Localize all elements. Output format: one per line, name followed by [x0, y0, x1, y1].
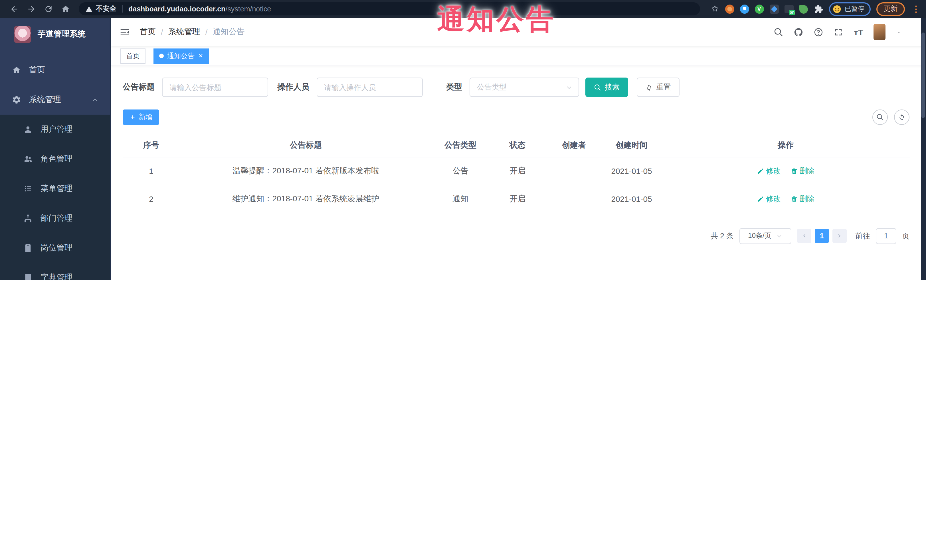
table-cell: 2021-01-05: [602, 157, 661, 185]
top-navbar: 首页 / 系统管理 / 通知公告 ᴛT: [111, 18, 926, 46]
sidebar-item-label: 字典管理: [41, 273, 73, 280]
browser-back-icon[interactable]: [10, 4, 19, 14]
breadcrumb-separator: /: [161, 27, 163, 36]
table-cell: 维护通知：2018-07-01 若依系统凌晨维护: [180, 185, 432, 213]
chevron-left-icon: [800, 232, 808, 240]
table-cell: [546, 185, 602, 213]
edit-pencil-icon: [757, 168, 764, 174]
notice-type-select[interactable]: 公告类型: [469, 77, 579, 97]
sidebar-item-dict-management[interactable]: 字典管理: [0, 263, 110, 280]
notice-table: 序号公告标题公告类型状态创建者创建时间操作 1温馨提醒：2018-07-01 若…: [123, 134, 910, 213]
sidebar-menu: 首页系统管理用户管理角色管理菜单管理部门管理岗位管理字典管理通知公告审计日志在线…: [0, 51, 110, 280]
address-bar[interactable]: 不安全 dashboard.yudao.iocoder.cn/system/no…: [79, 2, 700, 15]
avatar-caret-down-icon[interactable]: [896, 29, 902, 35]
page-size-caret-icon: [776, 232, 783, 239]
search-button[interactable]: 搜索: [586, 77, 628, 97]
table-column-header: 创建时间: [602, 134, 661, 157]
screen: 不安全 dashboard.yudao.iocoder.cn/system/no…: [0, 0, 926, 280]
sidebar-item-label: 系统管理: [29, 95, 61, 105]
user-avatar[interactable]: [873, 24, 885, 40]
table-column-header: 公告标题: [180, 134, 432, 157]
browser-chrome: 不安全 dashboard.yudao.iocoder.cn/system/no…: [0, 0, 926, 18]
notice-title-input[interactable]: [162, 77, 268, 97]
browser-menu-icon[interactable]: ⋮: [912, 5, 920, 13]
sidebar: 芋道管理系统 首页系统管理用户管理角色管理菜单管理部门管理岗位管理字典管理通知公…: [0, 18, 111, 280]
breadcrumb: 首页 / 系统管理 / 通知公告: [140, 27, 245, 37]
next-page-button[interactable]: [832, 229, 847, 243]
extension-pin-icon[interactable]: [740, 4, 749, 14]
page-scrollbar-thumb[interactable]: [921, 33, 925, 118]
sidebar-item-post-management[interactable]: 岗位管理: [0, 233, 110, 263]
tab-close-icon[interactable]: ×: [198, 53, 203, 59]
toggle-search-button[interactable]: [872, 110, 888, 125]
current-page-button[interactable]: 1: [815, 229, 829, 243]
extension-diamond-icon[interactable]: [769, 4, 779, 14]
app-logo: [14, 26, 31, 42]
search-icon[interactable]: [774, 27, 784, 37]
browser-home-icon[interactable]: [61, 4, 70, 14]
reset-refresh-icon: [645, 83, 653, 91]
breadcrumb-home[interactable]: 首页: [140, 27, 156, 37]
extension-proxy-icon[interactable]: on: [784, 4, 793, 14]
operator-input[interactable]: [317, 77, 423, 97]
tab-label: 首页: [126, 51, 140, 61]
tab-active-dot: [159, 54, 164, 58]
sidebar-collapse-icon[interactable]: [119, 27, 130, 37]
security-label: 不安全: [96, 4, 117, 14]
extension-green-v-icon[interactable]: V: [755, 4, 764, 14]
edit-link[interactable]: 修改: [757, 193, 781, 204]
extension-leaf-icon[interactable]: [799, 4, 808, 14]
tab-label: 通知公告: [167, 51, 195, 61]
app-title: 芋道管理系统: [38, 29, 86, 39]
sidebar-item-label: 部门管理: [41, 213, 73, 223]
tags-bar: 首页 通知公告 ×: [111, 46, 926, 66]
add-button[interactable]: 新增: [123, 110, 159, 125]
sidebar-item-user-management[interactable]: 用户管理: [0, 115, 110, 144]
table-toolbar: 新增: [123, 110, 909, 125]
type-label: 类型: [446, 82, 462, 92]
reset-button[interactable]: 重置: [637, 77, 679, 97]
sidebar-item-label: 菜单管理: [41, 184, 73, 194]
table-cell: 开启: [489, 185, 546, 213]
help-icon[interactable]: [814, 27, 823, 37]
goto-page-input[interactable]: [876, 228, 896, 244]
breadcrumb-separator: /: [206, 27, 208, 36]
table-body: 1温馨提醒：2018-07-01 若依新版本发布啦公告开启2021-01-05修…: [123, 157, 910, 213]
delete-link[interactable]: 删除: [790, 166, 814, 176]
prev-page-button[interactable]: [797, 229, 811, 243]
sidebar-item-role-management[interactable]: 角色管理: [0, 144, 110, 174]
users-icon: [23, 154, 33, 164]
extension-orange-icon[interactable]: [725, 4, 734, 14]
github-icon[interactable]: [794, 27, 803, 37]
sidebar-item-home[interactable]: 首页: [0, 55, 110, 85]
refresh-table-button[interactable]: [894, 110, 909, 125]
tab-notice[interactable]: 通知公告 ×: [153, 48, 209, 63]
browser-forward-icon[interactable]: [27, 4, 36, 14]
table-cell: 温馨提醒：2018-07-01 若依新版本发布啦: [180, 157, 432, 185]
url-domain: dashboard.yudao.iocoder.cn: [129, 5, 225, 13]
browser-update-button[interactable]: 更新: [876, 2, 905, 16]
browser-reload-icon[interactable]: [44, 4, 53, 14]
delete-link[interactable]: 删除: [790, 193, 814, 204]
font-size-icon[interactable]: ᴛT: [854, 27, 863, 37]
sidebar-item-system-management[interactable]: 系统管理: [0, 85, 110, 115]
filter-form: 公告标题 操作人员 类型 公告类型 搜索 重置: [123, 77, 909, 97]
breadcrumb-system[interactable]: 系统管理: [168, 27, 200, 37]
book-icon: [23, 273, 33, 280]
extensions-puzzle-icon[interactable]: [814, 4, 823, 14]
breadcrumb-current: 通知公告: [213, 27, 245, 37]
sidebar-item-dept-management[interactable]: 部门管理: [0, 204, 110, 233]
tab-home[interactable]: 首页: [120, 48, 145, 63]
table-column-header: 状态: [489, 134, 546, 157]
fullscreen-icon[interactable]: [834, 27, 844, 37]
page-size-select[interactable]: 10条/页: [740, 228, 791, 244]
url-separator: [122, 5, 123, 12]
sidebar-item-menu-management[interactable]: 菜单管理: [0, 174, 110, 204]
bookmark-star-icon[interactable]: [710, 4, 719, 14]
tree-icon: [23, 214, 33, 223]
page-scrollbar[interactable]: [921, 18, 926, 280]
select-caret-down-icon: [566, 83, 573, 91]
edit-link[interactable]: 修改: [757, 166, 781, 176]
sidebar-logo-row[interactable]: 芋道管理系统: [0, 18, 110, 51]
browser-profile-button[interactable]: 已暂停: [829, 2, 871, 16]
